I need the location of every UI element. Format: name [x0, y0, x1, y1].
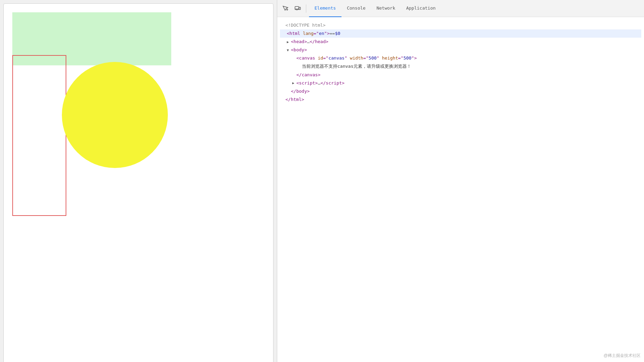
html-equals: ==	[330, 30, 335, 37]
canvas-fallback-text: 当前浏览器不支持canvas元素，请升级或更换浏览器！	[302, 63, 411, 70]
head-tag-line[interactable]: <head> … </head>	[280, 38, 641, 46]
tab-elements[interactable]: Elements	[309, 0, 341, 17]
html-lang-value: en	[319, 30, 324, 37]
script-tag-name: script	[299, 79, 315, 87]
canvas-text-line[interactable]: 当前浏览器不支持canvas元素，请升级或更换浏览器！	[280, 62, 641, 70]
body-close-line[interactable]: </body>	[280, 87, 641, 95]
body-open-line[interactable]: <body>	[280, 46, 641, 54]
script-tag-line[interactable]: <script> … </script>	[280, 79, 641, 87]
script-toggle[interactable]	[292, 80, 296, 86]
tab-console[interactable]: Console	[341, 0, 371, 17]
yellow-circle	[62, 62, 168, 168]
html-tag-line[interactable]: ··· <html lang="en" > == $0	[280, 29, 641, 38]
tab-application[interactable]: Application	[401, 0, 441, 17]
devtools-panel: Elements Console Network Application <!D…	[277, 0, 644, 362]
red-rectangle	[12, 55, 66, 216]
body-tag-name: body	[294, 46, 304, 54]
device-toggle-button[interactable]	[292, 3, 303, 14]
dom-tree: <!DOCTYPE html> ··· <html lang="en" > ==…	[277, 20, 644, 105]
svg-rect-3	[296, 10, 298, 10]
html-open-bracket: <	[287, 30, 290, 37]
toolbar-divider	[306, 4, 306, 13]
canvas-close-line[interactable]: </canvas>	[280, 71, 641, 79]
html-tag-name: html	[290, 30, 300, 37]
svg-rect-0	[295, 7, 299, 10]
canvas-area	[9, 9, 180, 180]
html-dollar: $0	[335, 30, 340, 37]
html-lang-attr: lang	[303, 30, 313, 37]
doctype-text: <!DOCTYPE html>	[285, 22, 325, 29]
svg-rect-1	[299, 7, 300, 10]
head-tag-name: head	[294, 38, 304, 46]
tab-network[interactable]: Network	[371, 0, 401, 17]
doctype-line[interactable]: <!DOCTYPE html>	[280, 21, 641, 29]
devtools-toolbar: Elements Console Network Application	[277, 0, 644, 17]
inspect-element-button[interactable]	[280, 3, 291, 14]
head-toggle[interactable]	[287, 39, 291, 45]
devtools-tabs: Elements Console Network Application	[309, 0, 441, 17]
html-close-line[interactable]: </html>	[280, 95, 641, 104]
body-toggle[interactable]	[287, 47, 291, 53]
devtools-content: <!DOCTYPE html> ··· <html lang="en" > ==…	[277, 17, 644, 362]
browser-preview	[3, 3, 273, 362]
watermark: @稀土掘金技术社区	[604, 353, 641, 359]
canvas-open-line[interactable]: <canvas id="canvas" width="500" height="…	[280, 54, 641, 62]
canvas-tag-name: canvas	[299, 54, 315, 62]
